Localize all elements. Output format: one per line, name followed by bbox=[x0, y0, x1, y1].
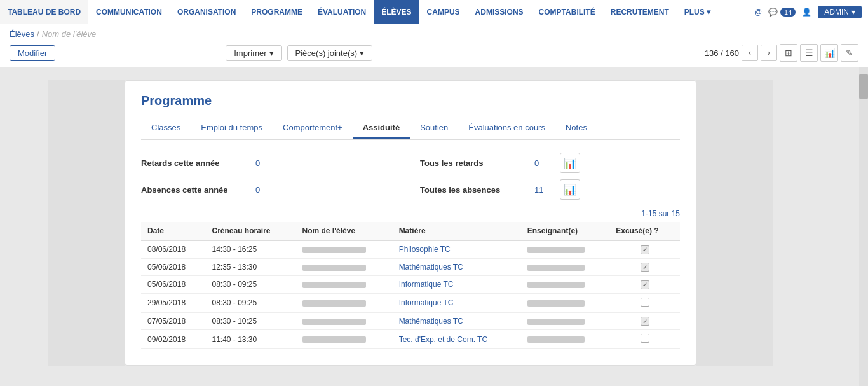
checkbox-checked[interactable]: ✓ bbox=[641, 280, 649, 289]
cell-excuse[interactable] bbox=[609, 293, 680, 312]
nav-eleves[interactable]: ÉLÈVES bbox=[374, 0, 419, 24]
cell-date: 29/05/2018 bbox=[141, 293, 205, 312]
col-creneau: Créneau horaire bbox=[205, 222, 295, 240]
breadcrumb-separator: / bbox=[37, 29, 39, 39]
cell-excuse[interactable]: ✓ bbox=[609, 240, 680, 258]
retards-annee-value: 0 bbox=[255, 158, 275, 168]
right-sidebar-decor bbox=[696, 80, 773, 366]
cell-excuse[interactable]: ✓ bbox=[609, 258, 680, 276]
cell-enseignant bbox=[521, 240, 609, 258]
cell-enseignant bbox=[521, 330, 609, 349]
admin-button[interactable]: ADMIN ▾ bbox=[818, 6, 862, 18]
tab-assiduite[interactable]: Assiduité bbox=[353, 118, 410, 139]
toutes-absences-value: 11 bbox=[534, 185, 553, 195]
pagination-prev-button[interactable]: ‹ bbox=[742, 45, 758, 61]
cell-matiere: Philosophie TC bbox=[393, 240, 521, 258]
tab-soutien[interactable]: Soutien bbox=[410, 118, 458, 139]
cell-eleve bbox=[296, 258, 393, 276]
cell-eleve bbox=[296, 330, 393, 349]
cell-date: 09/02/2018 bbox=[141, 330, 205, 349]
chevron-down-icon: ▾ bbox=[269, 48, 274, 58]
cell-enseignant bbox=[521, 276, 609, 294]
breadcrumb-current: Nom de l'élève bbox=[42, 29, 97, 39]
table-row: 29/05/201808:30 - 09:25Informatique TC bbox=[141, 293, 680, 312]
left-sidebar-decor bbox=[48, 80, 125, 366]
cell-excuse[interactable]: ✓ bbox=[609, 312, 680, 330]
nav-admissions[interactable]: ADMISSIONS bbox=[468, 0, 531, 24]
cell-enseignant bbox=[521, 258, 609, 276]
chart-view-button[interactable]: 📊 bbox=[820, 44, 838, 62]
cell-matiere: Mathématiques TC bbox=[393, 258, 521, 276]
cell-date: 08/06/2018 bbox=[141, 240, 205, 258]
stat-retards-annee: Retards cette année 0 bbox=[141, 153, 401, 173]
cell-date: 05/06/2018 bbox=[141, 276, 205, 294]
breadcrumb: Élèves / Nom de l'élève bbox=[10, 29, 858, 39]
toolbar-row: Modifier Imprimer ▾ Pièce(s) jointe(s) ▾… bbox=[10, 44, 858, 62]
table-row: 07/05/201808:30 - 10:25Mathématiques TC✓ bbox=[141, 312, 680, 330]
table-header-row: Date Créneau horaire Nom de l'élève Mati… bbox=[141, 222, 680, 240]
cell-creneau: 12:35 - 13:30 bbox=[205, 258, 295, 276]
nav-tableau-de-bord[interactable]: TABLEAU DE BORD bbox=[0, 0, 88, 24]
imprimer-button[interactable]: Imprimer ▾ bbox=[226, 45, 281, 61]
cell-eleve bbox=[296, 312, 393, 330]
tous-retards-value: 0 bbox=[534, 158, 553, 168]
messages-button[interactable]: 💬 14 bbox=[768, 8, 796, 17]
table-row: 05/06/201808:30 - 09:25Informatique TC✓ bbox=[141, 276, 680, 294]
breadcrumb-parent[interactable]: Élèves bbox=[10, 29, 34, 39]
cell-enseignant bbox=[521, 293, 609, 312]
cell-excuse[interactable] bbox=[609, 330, 680, 349]
top-navigation: TABLEAU DE BORD COMMUNICATION ORGANISATI… bbox=[0, 0, 868, 24]
nav-recrutement[interactable]: RECRUTEMENT bbox=[603, 0, 677, 24]
chevron-down-icon: ▾ bbox=[851, 8, 855, 17]
cell-eleve bbox=[296, 240, 393, 258]
pagination-next-button[interactable]: › bbox=[761, 45, 777, 61]
chevron-down-icon: ▾ bbox=[360, 48, 364, 58]
tab-emploi[interactable]: Emploi du temps bbox=[191, 118, 273, 139]
absences-chart-button[interactable]: 📊 bbox=[560, 179, 580, 200]
bar-chart-icon: 📊 bbox=[564, 184, 576, 196]
cell-creneau: 14:30 - 16:25 bbox=[205, 240, 295, 258]
tab-notes[interactable]: Notes bbox=[555, 118, 597, 139]
tab-comportement[interactable]: Comportement+ bbox=[273, 118, 353, 139]
nav-comptabilite[interactable]: COMPTABILITÉ bbox=[531, 0, 603, 24]
at-icon[interactable]: @ bbox=[754, 8, 762, 17]
edit-view-button[interactable]: ✎ bbox=[841, 44, 858, 62]
toolbar-area: Élèves / Nom de l'élève Modifier Imprime… bbox=[0, 24, 868, 67]
main-card: Programme Classes Emploi du temps Compor… bbox=[125, 80, 696, 366]
messages-badge: 14 bbox=[780, 8, 796, 17]
cell-creneau: 11:40 - 13:30 bbox=[205, 330, 295, 349]
scrollbar-track[interactable] bbox=[859, 67, 868, 386]
checkbox-unchecked[interactable] bbox=[641, 334, 649, 343]
col-date: Date bbox=[141, 222, 205, 240]
nav-communication[interactable]: COMMUNICATION bbox=[88, 0, 170, 24]
chevron-down-icon: ▾ bbox=[707, 8, 710, 17]
checkbox-checked[interactable]: ✓ bbox=[641, 317, 649, 326]
nav-campus[interactable]: CAMPUS bbox=[419, 0, 468, 24]
nav-plus[interactable]: PLUS▾ bbox=[677, 0, 718, 24]
retards-annee-label: Retards cette année bbox=[141, 158, 249, 168]
grid-view-button[interactable]: ⊞ bbox=[780, 44, 797, 62]
col-matiere: Matière bbox=[393, 222, 521, 240]
stat-toutes-absences: Toutes les absences 11 📊 bbox=[420, 179, 680, 200]
bar-chart-icon: 📊 bbox=[564, 157, 576, 169]
tab-evaluations[interactable]: Évaluations en cours bbox=[458, 118, 555, 139]
col-enseignant: Enseignant(e) bbox=[521, 222, 609, 240]
scrollbar-thumb[interactable] bbox=[859, 74, 868, 99]
checkbox-checked[interactable]: ✓ bbox=[641, 245, 649, 254]
pieces-jointes-button[interactable]: Pièce(s) jointe(s) ▾ bbox=[287, 45, 373, 61]
card-title: Programme bbox=[141, 93, 680, 108]
cell-enseignant bbox=[521, 312, 609, 330]
tab-classes[interactable]: Classes bbox=[141, 118, 191, 139]
nav-programme[interactable]: PROGRAMME bbox=[243, 0, 310, 24]
nav-evaluation[interactable]: ÉVALUATION bbox=[310, 0, 374, 24]
nav-organisation[interactable]: ORGANISATION bbox=[170, 0, 243, 24]
stats-section: Retards cette année 0 Tous les retards 0… bbox=[141, 153, 680, 200]
cell-creneau: 08:30 - 09:25 bbox=[205, 293, 295, 312]
checkbox-checked[interactable]: ✓ bbox=[641, 263, 649, 272]
modifier-button[interactable]: Modifier bbox=[10, 45, 55, 61]
list-view-button[interactable]: ☰ bbox=[800, 44, 818, 62]
checkbox-unchecked[interactable] bbox=[641, 298, 649, 307]
cell-matiere: Informatique TC bbox=[393, 293, 521, 312]
cell-excuse[interactable]: ✓ bbox=[609, 276, 680, 294]
retards-chart-button[interactable]: 📊 bbox=[560, 153, 580, 173]
